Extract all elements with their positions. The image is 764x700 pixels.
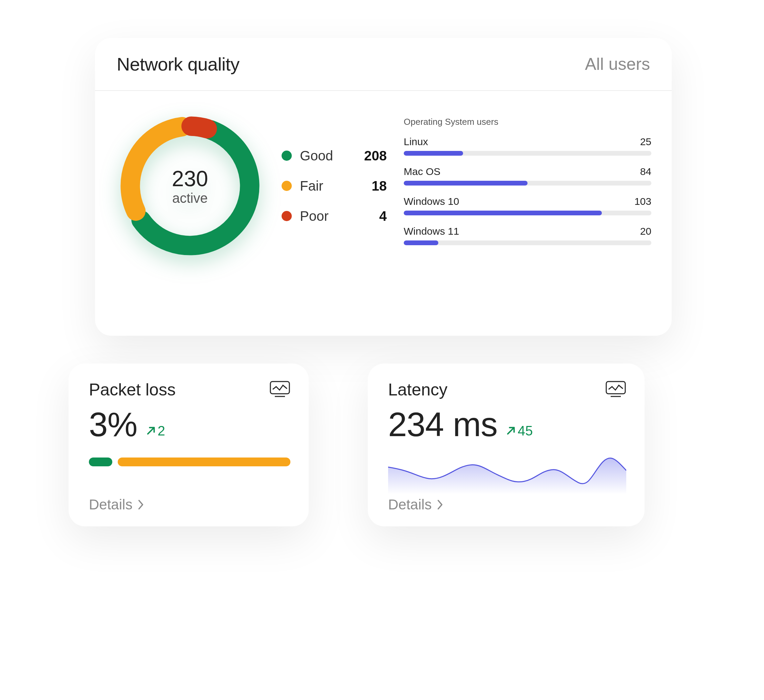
legend-dot-poor xyxy=(282,211,292,221)
active-label: active xyxy=(172,191,208,206)
os-name: Windows 11 xyxy=(404,225,459,237)
os-bar xyxy=(404,211,651,216)
packet-loss-value: 3% xyxy=(89,405,138,444)
os-row-macos: Mac OS 84 xyxy=(404,166,651,186)
active-count: 230 xyxy=(172,166,208,191)
packet-loss-bar-good xyxy=(89,458,112,466)
details-label: Details xyxy=(89,497,132,513)
os-bar-fill xyxy=(404,241,438,245)
os-value: 25 xyxy=(640,136,651,147)
legend-dot-good xyxy=(282,151,292,161)
os-bar xyxy=(404,241,651,245)
chevron-right-icon xyxy=(436,499,444,510)
os-bar-fill xyxy=(404,211,602,216)
legend-value: 208 xyxy=(364,148,387,164)
latency-card: Latency 234 ms 45 xyxy=(368,364,645,527)
packet-loss-card: Packet loss 3% 2 Details xyxy=(69,364,309,527)
os-value: 103 xyxy=(634,196,651,207)
os-name: Windows 10 xyxy=(404,196,459,207)
packet-loss-trend: 2 xyxy=(146,423,165,439)
legend-row-fair: Fair 18 xyxy=(282,178,387,194)
latency-title: Latency xyxy=(388,380,448,400)
details-label: Details xyxy=(388,497,432,513)
legend-label: Good xyxy=(300,148,333,164)
arrow-up-right-icon xyxy=(506,425,517,436)
legend-row-good: Good 208 xyxy=(282,148,387,164)
packet-loss-trend-value: 2 xyxy=(158,423,165,439)
quality-donut-chart: 230 active xyxy=(115,111,265,261)
legend-value: 18 xyxy=(372,178,387,194)
quality-legend: Good 208 Fair 18 Poor 4 xyxy=(282,148,387,224)
packet-loss-bar xyxy=(89,458,290,466)
latency-trend: 45 xyxy=(506,423,533,439)
legend-row-poor: Poor 4 xyxy=(282,209,387,224)
os-bar xyxy=(404,151,651,156)
latency-sparkline xyxy=(388,450,626,494)
legend-label: Poor xyxy=(300,209,329,224)
os-name: Mac OS xyxy=(404,166,440,177)
network-quality-card: Network quality All users 230 xyxy=(95,38,672,336)
arrow-up-right-icon xyxy=(146,425,157,436)
os-bar-fill xyxy=(404,151,463,156)
os-value: 84 xyxy=(640,166,651,177)
latency-value: 234 ms xyxy=(388,405,497,444)
chart-monitor-icon xyxy=(269,381,290,399)
packet-loss-title: Packet loss xyxy=(89,380,176,400)
os-users-title: Operating System users xyxy=(404,117,651,127)
latency-trend-value: 45 xyxy=(518,423,533,439)
os-bar xyxy=(404,181,651,186)
os-row-linux: Linux 25 xyxy=(404,136,651,156)
network-quality-body: 230 active Good 208 Fair 18 Poo xyxy=(95,91,672,274)
legend-value: 4 xyxy=(379,209,387,224)
users-filter-dropdown[interactable]: All users xyxy=(585,54,650,74)
os-users-panel: Operating System users Linux 25 Mac OS 8… xyxy=(404,117,651,255)
packet-loss-details-link[interactable]: Details xyxy=(89,497,290,513)
chart-monitor-icon xyxy=(605,381,626,399)
os-row-win11: Windows 11 20 xyxy=(404,225,651,245)
packet-loss-bar-loss xyxy=(118,458,290,466)
latency-details-link[interactable]: Details xyxy=(388,497,626,513)
os-row-win10: Windows 10 103 xyxy=(404,196,651,216)
network-quality-header: Network quality All users xyxy=(95,38,672,91)
legend-dot-fair xyxy=(282,181,292,191)
legend-label: Fair xyxy=(300,178,323,194)
os-value: 20 xyxy=(640,225,651,237)
os-bar-fill xyxy=(404,181,528,186)
os-name: Linux xyxy=(404,136,428,147)
network-quality-title: Network quality xyxy=(117,53,240,75)
donut-center: 230 active xyxy=(115,111,265,261)
chevron-right-icon xyxy=(137,499,144,510)
